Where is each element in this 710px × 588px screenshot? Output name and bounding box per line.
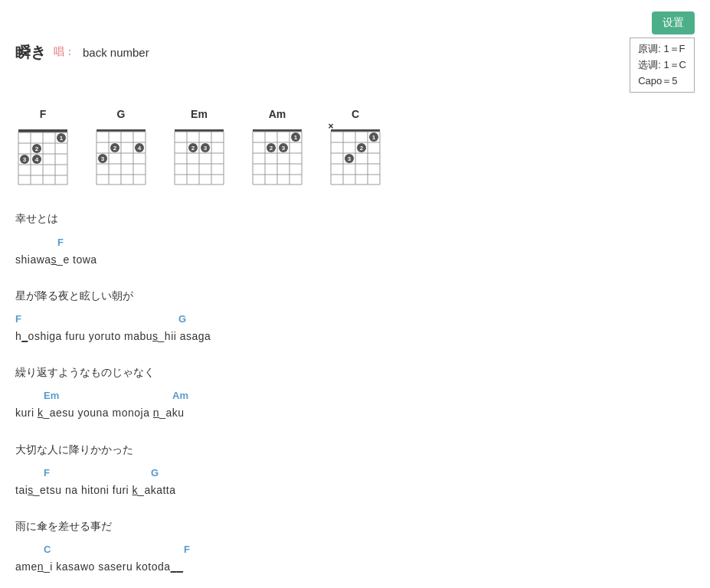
svg-text:3: 3 [23,156,27,163]
selected-key: 选调: 1＝C [638,57,686,74]
chord-marker-G2: G [151,464,159,482]
lyric-comment-3: 繰り返すようなものじゃなく [15,363,695,382]
chord-F: F 1 2 3 4 [15,108,70,186]
lyric-line-4: F G tais_etsu na hitoni furi k_akatta [15,464,695,500]
lyric-line-5: C F amen_i kasawo saseru kotoda__ [15,541,695,577]
lyric-block-4: 大切な人に降りかかった F G tais_etsu na hitoni furi… [15,440,695,500]
svg-text:2: 2 [270,145,273,152]
chord-marker-F3: F [184,541,190,558]
lyric-block-3: 繰り返すようなものじゃなく Em Am kuri k_aesu youna mo… [15,363,695,423]
chord-marker-F2: F [44,464,50,482]
song-title: 瞬き [15,42,46,63]
chord-Am: Am 1 2 3 [250,108,305,186]
lyric-block-5: 雨に傘を差せる事だ C F amen_i kasawo saseru kotod… [15,517,695,577]
lyric-line-1: F shiawas_e towa [15,234,695,270]
settings-button[interactable]: 设置 [652,11,695,34]
chords-section: F 1 2 3 4 [15,108,695,186]
lyric-comment-2: 星が降る夜と眩しい朝が [15,286,695,305]
lyric-text-2: h_oshiga furu yoruto mabus_hii asaga [15,330,211,342]
svg-text:2: 2 [35,145,39,152]
lyric-text-1: shiawas_e towa [15,253,97,266]
svg-rect-0 [18,129,67,132]
svg-text:1: 1 [294,134,298,141]
info-box: 原调: 1＝F 选调: 1＝C Capo＝5 [630,38,695,93]
chord-marker-F: F [15,310,21,328]
lyric-comment-1: 幸せとは [15,209,695,228]
lyric-line-2: F G h_oshiga furu yoruto mabus_hii asaga [15,310,695,346]
chord-C: C × 1 2 3 [328,108,383,186]
svg-text:2: 2 [360,145,364,152]
chord-marker-Am: Am [172,387,188,404]
svg-text:3: 3 [282,145,286,152]
svg-text:2: 2 [191,145,195,152]
lyric-block-2: 星が降る夜と眩しい朝が F G h_oshiga furu yoruto mab… [15,286,695,346]
lyric-text-3: kuri k_aesu youna monoja n_aku [15,407,184,419]
svg-text:2: 2 [113,145,117,152]
svg-text:3: 3 [348,155,352,162]
original-key: 原调: 1＝F [638,41,686,57]
lyric-comment-5: 雨に傘を差せる事だ [15,517,695,536]
chord-Em: Em 2 3 [172,108,227,186]
svg-text:4: 4 [138,145,142,152]
chord-G: G 2 4 3 [93,108,149,186]
svg-text:1: 1 [372,134,376,141]
page-header: 瞬き 唱： back number 设置 原调: 1＝F 选调: 1＝C Cap… [15,8,695,93]
lyric-block-1: 幸せとは F shiawas_e towa [15,209,695,269]
header-right: 设置 原调: 1＝F 选调: 1＝C Capo＝5 [630,11,695,93]
chord-marker-G: G [178,310,186,328]
chord-marker-Em: Em [44,387,59,404]
singer-name: back number [83,46,149,59]
capo: Capo＝5 [638,74,686,90]
header-left: 瞬き 唱： back number [15,42,149,63]
svg-text:3: 3 [204,145,208,152]
chord-marker-C: C [44,541,51,558]
svg-text:1: 1 [60,135,64,142]
svg-text:3: 3 [101,155,105,162]
lyric-line-3: Em Am kuri k_aesu youna monoja n_aku [15,387,695,423]
chord-marker: F [57,234,64,251]
singer-label: 唱： [54,45,75,59]
lyric-comment-4: 大切な人に降りかかった [15,440,695,459]
svg-text:4: 4 [35,156,39,163]
lyrics-section: 幸せとは F shiawas_e towa 星が降る夜と眩しい朝が F G h_… [15,209,695,577]
lyric-text-5: amen_i kasawo saseru kotoda__ [15,560,183,573]
lyric-text-4: tais_etsu na hitoni furi k_akatta [15,484,176,496]
